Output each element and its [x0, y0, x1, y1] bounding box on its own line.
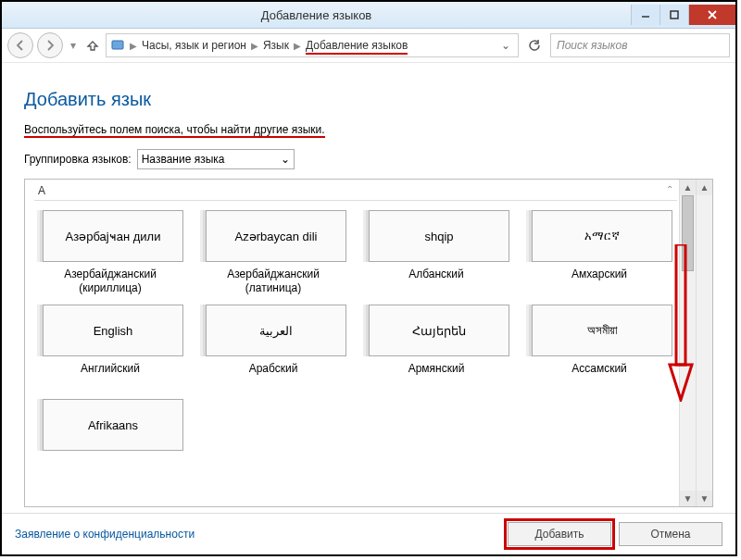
language-label: Армянский	[408, 362, 465, 390]
nav-history-dropdown[interactable]: ▾	[67, 39, 80, 52]
language-list: A ⌃ Азәрбајҹан дилиАзербайджанский (кири…	[25, 180, 679, 506]
nav-up-button[interactable]	[83, 39, 102, 52]
language-tile[interactable]: অসমীয়া	[532, 305, 672, 356]
nav-back-button[interactable]	[7, 32, 33, 58]
chevron-up-icon: ⌃	[666, 184, 673, 197]
language-tile[interactable]: Azərbaycan dili	[206, 210, 346, 262]
footer: Заявление о конфиденциальности Добавить …	[2, 513, 735, 554]
address-dropdown-icon[interactable]: ⌄	[497, 39, 514, 52]
search-input[interactable]: Поиск языков	[550, 33, 730, 57]
control-panel-icon	[110, 38, 125, 53]
language-tile[interactable]: English	[43, 305, 183, 356]
language-label: Азербайджанский (кириллица)	[36, 268, 184, 295]
breadcrumb-current[interactable]: Добавление языков	[306, 39, 408, 52]
annotation-underline	[306, 53, 408, 55]
privacy-link[interactable]: Заявление о конфиденциальности	[15, 528, 195, 541]
address-bar[interactable]: ▶ Часы, язык и регион ▶ Язык ▶ Добавлени…	[106, 33, 519, 57]
language-item[interactable]: አማርኛАмхарский	[525, 210, 673, 295]
page-heading: Добавить язык	[24, 89, 713, 110]
grouping-select[interactable]: Название языка ⌄	[137, 149, 295, 169]
language-item[interactable]: العربيةАрабский	[199, 305, 347, 390]
refresh-button[interactable]	[522, 33, 546, 57]
window: Добавление языков ▾ ▶	[0, 0, 737, 556]
grouping-value: Название языка	[142, 153, 225, 166]
language-list-frame: A ⌃ Азәрбајҹан дилиАзербайджанский (кири…	[24, 179, 713, 507]
svg-rect-1	[671, 11, 678, 19]
content-area: Добавить язык Воспользуйтесь полем поиск…	[2, 63, 735, 513]
language-label: Английский	[81, 362, 140, 390]
breadcrumb-mid[interactable]: Язык	[263, 39, 289, 52]
language-label: Амхарский	[571, 268, 627, 295]
language-item[interactable]: Azərbaycan diliАзербайджанский (латиница…	[199, 210, 347, 295]
scroll-down-button[interactable]: ▼	[697, 491, 712, 506]
language-label: Ассамский	[571, 362, 627, 390]
chevron-down-icon: ⌄	[281, 153, 290, 166]
annotation-underline	[24, 136, 325, 138]
chevron-right-icon: ▶	[248, 41, 261, 51]
chevron-right-icon: ▶	[291, 41, 304, 51]
breadcrumb-root[interactable]: Часы, язык и регион	[142, 39, 246, 52]
inner-scrollbar[interactable]: ▲ ▼	[679, 180, 696, 506]
language-label: Азербайджанский (латиница)	[199, 268, 347, 295]
cancel-button[interactable]: Отмена	[619, 522, 722, 546]
search-placeholder: Поиск языков	[557, 39, 627, 52]
language-item[interactable]: shqipАлбанский	[362, 210, 510, 295]
language-tile[interactable]: Afrikaans	[43, 399, 183, 451]
page-hint: Воспользуйтесь полем поиска, чтобы найти…	[24, 123, 325, 136]
language-tile[interactable]: አማርኛ	[532, 210, 672, 262]
minimize-button[interactable]	[631, 5, 659, 25]
language-tile[interactable]: Азәрбајҹан дили	[43, 210, 183, 262]
outer-scrollbar[interactable]: ▲ ▼	[696, 180, 712, 506]
language-tile[interactable]: العربية	[206, 305, 346, 356]
svg-rect-4	[112, 41, 123, 49]
maximize-button[interactable]	[659, 5, 688, 25]
close-button[interactable]	[688, 5, 735, 25]
section-header[interactable]: A ⌃	[34, 181, 677, 201]
language-item[interactable]: Afrikaans	[36, 399, 184, 484]
section-letter: A	[38, 184, 45, 197]
chevron-right-icon: ▶	[127, 41, 140, 51]
window-buttons	[631, 5, 735, 25]
language-item[interactable]: ՀայերենАрмянский	[362, 305, 510, 390]
nav-forward-button[interactable]	[37, 32, 63, 58]
scroll-down-button[interactable]: ▼	[680, 491, 696, 506]
scroll-up-button[interactable]: ▲	[680, 180, 696, 195]
window-title: Добавление языков	[2, 8, 631, 22]
language-label: Албанский	[408, 268, 464, 295]
nav-toolbar: ▾ ▶ Часы, язык и регион ▶ Язык ▶ Добавле…	[2, 29, 735, 63]
grouping-label: Группировка языков:	[24, 153, 132, 166]
language-item[interactable]: অসমীয়াАссамский	[525, 305, 673, 390]
language-grid: Азәрбајҹан дилиАзербайджанский (кириллиц…	[34, 201, 677, 484]
grouping-row: Группировка языков: Название языка ⌄	[24, 149, 713, 169]
language-tile[interactable]: Հայերեն	[369, 305, 509, 356]
language-item[interactable]: EnglishАнглийский	[36, 305, 184, 390]
scroll-up-button[interactable]: ▲	[697, 180, 712, 195]
language-label: Арабский	[249, 362, 298, 390]
language-tile[interactable]: shqip	[369, 210, 509, 262]
titlebar: Добавление языков	[2, 2, 735, 29]
add-button[interactable]: Добавить	[508, 522, 611, 546]
language-item[interactable]: Азәрбајҹан дилиАзербайджанский (кириллиц…	[36, 210, 184, 295]
scroll-thumb[interactable]	[682, 195, 694, 271]
